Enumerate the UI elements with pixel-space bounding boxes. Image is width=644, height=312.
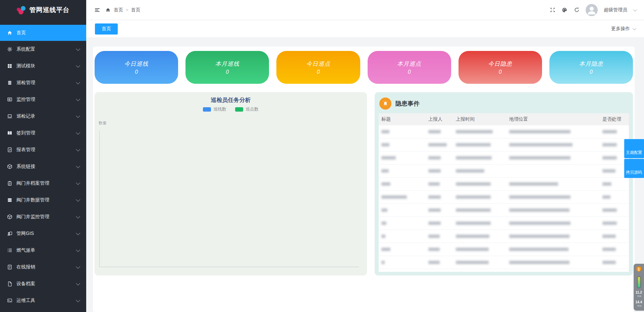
legend-item-巡点数[interactable]: 巡点数 bbox=[235, 106, 259, 112]
table-row[interactable] bbox=[379, 125, 629, 138]
sidebar-item-阀门井数据管理[interactable]: 阀门井数据管理 bbox=[0, 192, 86, 208]
fullscreen-icon[interactable] bbox=[549, 7, 555, 13]
stat-card-今日隐患[interactable]: 今日隐患0 bbox=[459, 51, 542, 84]
redacted-text bbox=[456, 182, 491, 186]
legend-label: 巡点数 bbox=[246, 106, 259, 112]
stat-card-本月巡线[interactable]: 本月巡线0 bbox=[185, 51, 269, 84]
net-monitor-widget[interactable]: 1 11.2 ↑K/s 14.4 ↓K/s bbox=[634, 264, 644, 311]
app-window: 管网巡线平台 首页系统配置测试模块巡检管理监控管理巡检记录签到管理报表管理系统链… bbox=[0, 0, 644, 312]
table-cell bbox=[600, 182, 629, 186]
sidebar-item-签到管理[interactable]: 签到管理 bbox=[0, 125, 86, 141]
refresh-icon[interactable] bbox=[574, 7, 580, 13]
collapse-menu-icon[interactable] bbox=[94, 7, 100, 13]
cube-icon bbox=[7, 214, 12, 220]
sidebar-item-label: 系统配置 bbox=[16, 46, 76, 52]
table-cell bbox=[506, 222, 600, 225]
table-cell bbox=[426, 143, 453, 146]
table-cell bbox=[426, 235, 453, 238]
hazard-events-title: 隐患事件 bbox=[395, 100, 420, 108]
table-cell bbox=[426, 248, 453, 251]
breadcrumb-item[interactable]: 首页 bbox=[131, 7, 141, 13]
redacted-text bbox=[456, 143, 491, 146]
stat-card-今日巡点[interactable]: 今日巡点0 bbox=[276, 51, 360, 84]
sidebar-item-巡检管理[interactable]: 巡检管理 bbox=[0, 74, 86, 91]
redacted-text bbox=[509, 222, 571, 225]
stat-card-本月隐患[interactable]: 本月隐患0 bbox=[549, 51, 633, 84]
tool-button-主题配置[interactable]: 主题配置 bbox=[624, 139, 644, 158]
sidebar-item-系统配置[interactable]: 系统配置 bbox=[0, 41, 86, 58]
table-row[interactable] bbox=[379, 256, 629, 269]
redacted-text bbox=[428, 248, 440, 251]
sidebar-item-label: 在线报销 bbox=[16, 264, 76, 270]
table-row[interactable] bbox=[379, 243, 629, 256]
sidebar-item-燃气派单[interactable]: 燃气派单 bbox=[0, 242, 86, 259]
redacted-text bbox=[602, 156, 617, 160]
sidebar-item-系统链接[interactable]: 系统链接 bbox=[0, 158, 86, 175]
sidebar-item-管网GIS[interactable]: 管网GIS bbox=[0, 225, 86, 242]
sidebar-item-在线报销[interactable]: 在线报销 bbox=[0, 259, 86, 275]
redacted-text bbox=[428, 143, 447, 146]
stat-card-value: 0 bbox=[317, 69, 320, 75]
sidebar-item-运维工具[interactable]: 运维工具 bbox=[0, 292, 86, 309]
chevron-down-icon bbox=[76, 264, 80, 269]
table-row[interactable] bbox=[379, 204, 629, 217]
legend-item-巡线数[interactable]: 巡线数 bbox=[203, 106, 226, 112]
hazard-events-header: 隐患事件 bbox=[379, 97, 629, 111]
stat-card-value: 0 bbox=[590, 69, 593, 75]
sidebar-item-阀门井档案管理[interactable]: 阀门井档案管理 bbox=[0, 175, 86, 192]
chart-legend: 巡线数巡点数 bbox=[95, 106, 367, 112]
chevron-down-icon bbox=[76, 281, 80, 286]
theme-palette-icon[interactable] bbox=[561, 7, 568, 13]
more-operations-button[interactable]: 更多操作 bbox=[611, 26, 635, 32]
redacted-text bbox=[456, 169, 484, 173]
breadcrumb-item[interactable]: 首页 bbox=[114, 7, 123, 13]
redacted-text bbox=[381, 261, 385, 264]
sidebar-item-label: 系统链接 bbox=[16, 164, 76, 170]
chevron-down-icon bbox=[76, 114, 80, 118]
table-row[interactable] bbox=[379, 138, 629, 151]
sidebar-item-测试模块[interactable]: 测试模块 bbox=[0, 58, 86, 74]
table-cell bbox=[506, 156, 600, 160]
table-cell bbox=[453, 195, 506, 199]
chevron-down-icon[interactable] bbox=[633, 7, 637, 11]
table-cell bbox=[506, 143, 600, 146]
sidebar-item-巡检记录[interactable]: 巡检记录 bbox=[0, 108, 86, 125]
table-row[interactable] bbox=[379, 191, 629, 204]
sidebar-item-首页[interactable]: 首页 bbox=[0, 25, 86, 41]
gear-icon bbox=[7, 47, 12, 52]
tab-home[interactable]: 首页 bbox=[95, 23, 118, 35]
table-row[interactable] bbox=[379, 178, 629, 191]
sidebar-item-阀门井监控管理[interactable]: 阀门井监控管理 bbox=[0, 208, 86, 225]
redacted-text bbox=[428, 208, 441, 212]
user-name[interactable]: 超级管理员 bbox=[604, 7, 627, 13]
sidebar-item-label: 运维工具 bbox=[16, 298, 76, 304]
table-row[interactable] bbox=[379, 230, 629, 243]
stat-card-今日巡线[interactable]: 今日巡线0 bbox=[95, 51, 178, 84]
sidebar-item-报表管理[interactable]: 报表管理 bbox=[0, 141, 86, 158]
table-cell bbox=[506, 195, 600, 199]
main-area: 首页 > 首页 超级管理员 bbox=[86, 0, 644, 312]
table-cell bbox=[600, 248, 629, 251]
table-row[interactable] bbox=[379, 165, 629, 178]
redacted-text bbox=[509, 130, 571, 133]
sidebar-item-监控管理[interactable]: 监控管理 bbox=[0, 91, 86, 108]
stat-card-本月巡点[interactable]: 本月巡点0 bbox=[368, 51, 451, 84]
table-row[interactable] bbox=[379, 217, 629, 230]
table-cell bbox=[453, 130, 506, 133]
redacted-text bbox=[381, 130, 389, 133]
app-title: 管网巡线平台 bbox=[30, 6, 70, 14]
redacted-text bbox=[509, 261, 570, 264]
redacted-text bbox=[509, 208, 570, 212]
user-avatar[interactable] bbox=[586, 4, 598, 16]
app-logo: 管网巡线平台 bbox=[0, 0, 86, 20]
sidebar-item-label: 阀门井档案管理 bbox=[16, 180, 76, 186]
stat-card-value: 0 bbox=[499, 69, 502, 75]
table-cell bbox=[426, 169, 453, 173]
tool-button-拷贝源码[interactable]: 拷贝源码 bbox=[624, 159, 644, 178]
home-icon[interactable] bbox=[105, 7, 111, 13]
table-cell bbox=[379, 169, 426, 173]
redacted-text bbox=[602, 169, 615, 173]
breadcrumb: 首页 > 首页 bbox=[105, 7, 141, 13]
sidebar-item-设备档案[interactable]: 设备档案 bbox=[0, 275, 86, 292]
table-row[interactable] bbox=[379, 151, 629, 165]
